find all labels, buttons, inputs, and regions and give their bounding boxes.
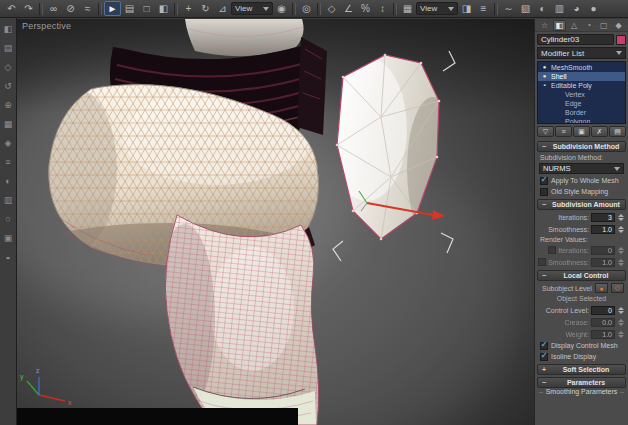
left-tool-icon-12[interactable]: ▣ (4, 234, 13, 243)
window-crossing-icon[interactable]: ◧ (155, 1, 172, 16)
render-iterations-spinner[interactable] (617, 245, 624, 256)
quick-render-icon[interactable]: ● (585, 1, 602, 16)
rollout-header-parameters[interactable]: − Parameters (537, 377, 626, 388)
select-and-link-icon[interactable]: ∞ (45, 1, 62, 16)
selection-region-icon[interactable]: □ (138, 1, 155, 16)
stack-item-editable-poly[interactable]: ▪ Editable Poly (538, 81, 625, 90)
left-tool-icon-2[interactable]: ▤ (4, 44, 13, 53)
tab-hierarchy[interactable]: △ (568, 20, 581, 31)
weight-field[interactable]: 1.0 (591, 330, 615, 339)
old-style-mapping-checkbox[interactable]: ✓ Old Style Mapping (538, 187, 625, 196)
subdivision-method-select[interactable]: NURMS (539, 163, 624, 174)
modifier-visibility-icon[interactable]: ● (541, 63, 548, 72)
stack-item-border[interactable]: Border (538, 108, 625, 117)
tab-motion[interactable]: ◔ (582, 20, 595, 31)
select-by-name-icon[interactable]: ▤ (121, 1, 138, 16)
smoothness-spinner[interactable] (617, 224, 624, 235)
select-and-scale-icon[interactable]: ⊿ (214, 1, 231, 16)
secondary-view-dropdown[interactable]: View (416, 2, 458, 15)
left-tool-icon-5[interactable]: ⊕ (4, 101, 12, 110)
left-tool-icon-13[interactable]: ◒ (5, 253, 10, 262)
make-unique-button[interactable]: ▣ (573, 126, 590, 137)
object-name-field[interactable]: Cylinder03 (537, 34, 614, 45)
select-and-rotate-icon[interactable]: ↻ (197, 1, 214, 16)
left-tool-icon-1[interactable]: ◧ (4, 25, 13, 34)
left-tool-icon-6[interactable]: ▦ (4, 120, 13, 129)
mirror-icon[interactable]: ◨ (458, 1, 475, 16)
angle-snap-icon[interactable]: ∠ (340, 1, 357, 16)
smoothness-field[interactable]: 1.0 (591, 225, 615, 234)
percent-snap-icon[interactable]: % (357, 1, 374, 16)
left-tool-icon-8[interactable]: ≡ (5, 158, 10, 167)
schematic-view-icon[interactable]: ▧ (517, 1, 534, 16)
edit-named-selections-icon[interactable]: ▦ (399, 1, 416, 16)
iterations-field[interactable]: 3 (591, 213, 615, 222)
show-end-result-button[interactable]: ≡ (555, 126, 572, 137)
material-editor-icon[interactable]: ◐ (534, 1, 551, 16)
crease-field[interactable]: 0.0 (591, 318, 615, 327)
stack-item-edge[interactable]: Edge (538, 99, 625, 108)
redo-icon[interactable]: ↷ (20, 1, 37, 16)
select-object-icon[interactable]: ► (104, 1, 121, 16)
modifier-list-dropdown[interactable]: Modifier List (537, 47, 626, 59)
crease-spinner[interactable] (617, 317, 624, 328)
pin-stack-button[interactable]: ▽ (537, 126, 554, 137)
iterations-spinner[interactable] (617, 212, 624, 223)
use-center-icon[interactable]: ◉ (273, 1, 290, 16)
modifier-visibility-icon[interactable]: ▪ (541, 81, 548, 90)
object-color-swatch[interactable] (616, 35, 626, 45)
viewport-3d-scene[interactable]: x y z (17, 19, 534, 425)
icon-glyph: ↶ (7, 4, 15, 14)
stack-item-meshsmooth[interactable]: ● MeshSmooth (538, 63, 625, 72)
configure-modifier-sets-button[interactable]: ▤ (609, 126, 626, 137)
left-tool-icon-7[interactable]: ◈ (5, 139, 12, 148)
stack-item-vertex[interactable]: Vertex (538, 90, 625, 99)
undo-icon[interactable]: ↶ (3, 1, 20, 16)
tab-utilities[interactable]: ◆ (612, 20, 625, 31)
render-last-icon[interactable]: ◕ (568, 1, 585, 16)
subobject-edge-button[interactable]: ◇ (611, 283, 624, 293)
stack-item-shell[interactable]: ● Shell (538, 72, 625, 81)
left-tool-icon-10[interactable]: ▥ (4, 196, 13, 205)
snap-toggle-icon[interactable]: ◇ (323, 1, 340, 16)
unlink-selection-icon[interactable]: ⊘ (62, 1, 79, 16)
render-smoothness-checkbox[interactable]: ✓ (538, 258, 546, 266)
isoline-display-checkbox[interactable]: ✓ Isoline Display (538, 352, 625, 361)
render-smoothness-field[interactable]: 1.0 (591, 258, 615, 267)
weight-spinner[interactable] (617, 329, 624, 340)
control-level-spinner[interactable] (617, 305, 624, 316)
render-smoothness-spinner[interactable] (617, 257, 624, 268)
curve-editor-icon[interactable]: ∼ (500, 1, 517, 16)
reference-coordinate-dropdown[interactable]: View (231, 2, 273, 15)
tab-display[interactable]: ▢ (597, 20, 610, 31)
spinner-snap-icon[interactable]: ↕ (374, 1, 391, 16)
select-and-move-icon[interactable]: + (180, 1, 197, 16)
tab-create[interactable]: ☆ (538, 20, 551, 31)
render-setup-icon[interactable]: ▥ (551, 1, 568, 16)
rollout-header-soft-selection[interactable]: + Soft Selection (537, 364, 626, 375)
bind-to-spacewarp-icon[interactable]: ≈ (79, 1, 96, 16)
select-and-manipulate-icon[interactable]: ◎ (298, 1, 315, 16)
left-tool-icon-3[interactable]: ◇ (5, 63, 12, 72)
rollout-header-local-control[interactable]: − Local Control (537, 270, 626, 281)
perspective-viewport[interactable]: Perspective (17, 19, 534, 425)
tab-modify[interactable]: ◧ (553, 20, 566, 31)
viewport-label[interactable]: Perspective (22, 21, 71, 31)
left-tool-icon-4[interactable]: ↺ (4, 82, 12, 91)
subobject-vertex-button[interactable]: ● (595, 283, 608, 293)
align-icon[interactable]: ≡ (475, 1, 492, 16)
remove-modifier-button[interactable]: ✗ (591, 126, 608, 137)
apply-to-whole-mesh-checkbox[interactable]: ✓ Apply To Whole Mesh (538, 176, 625, 185)
toolbar-separator (292, 3, 296, 15)
left-tool-icon-11[interactable]: ○ (5, 215, 10, 224)
display-control-mesh-checkbox[interactable]: ✓ Display Control Mesh (538, 341, 625, 350)
stack-item-polygon[interactable]: Polygon (538, 117, 625, 124)
main-toolbar: ↶ ↷ ∞ ⊘ ≈ ► ▤ □ ◧ (0, 0, 628, 18)
rollout-header-subdivision-method[interactable]: − Subdivision Method (537, 141, 626, 152)
control-level-field[interactable]: 0 (591, 306, 615, 315)
render-iterations-checkbox[interactable]: ✓ (548, 246, 556, 254)
rollout-header-subdivision-amount[interactable]: − Subdivision Amount (537, 199, 626, 210)
modifier-visibility-icon[interactable]: ● (541, 72, 548, 81)
left-tool-icon-9[interactable]: ◐ (5, 177, 10, 186)
render-iterations-field[interactable]: 0 (591, 246, 615, 255)
